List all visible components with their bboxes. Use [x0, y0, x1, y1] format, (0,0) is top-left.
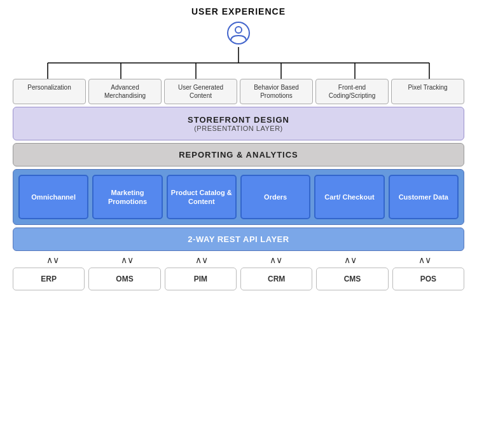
- modules-row: Omnichannel Marketing Promotions Product…: [18, 175, 459, 219]
- bottom-box-pim: PIM: [165, 268, 237, 290]
- arrow-crm: ∧∨: [238, 255, 313, 265]
- page-title: USER EXPERIENCE: [13, 6, 464, 17]
- module-orders: Orders: [240, 175, 310, 219]
- reporting-layer: REPORTING & ANALYTICS: [13, 143, 464, 166]
- ux-box-personalization: Personalization: [13, 79, 86, 104]
- arrows-row: ∧∨ ∧∨ ∧∨ ∧∨ ∧∨ ∧∨: [13, 255, 464, 265]
- ux-box-behavior-based-promotions: Behavior Based Promotions: [240, 79, 313, 104]
- bottom-box-cms: CMS: [316, 268, 388, 290]
- ux-boxes-row: Personalization Advanced Merchandising U…: [13, 79, 464, 104]
- ux-box-user-generated-content: User Generated Content: [164, 79, 237, 104]
- bottom-box-pos: POS: [392, 268, 464, 290]
- module-omnichannel: Omnichannel: [18, 175, 88, 219]
- arrow-pos: ∧∨: [387, 255, 462, 265]
- storefront-layer: STOREFRONT DESIGN (PRESENTATION LAYER): [13, 107, 464, 140]
- arrow-pim: ∧∨: [164, 255, 238, 265]
- modules-wrapper: Omnichannel Marketing Promotions Product…: [13, 169, 464, 225]
- bottom-box-oms: OMS: [88, 268, 160, 290]
- ux-box-advanced-merchandising: Advanced Merchandising: [88, 79, 162, 104]
- arrow-cms: ∧∨: [313, 255, 387, 265]
- user-icon: [227, 22, 250, 44]
- storefront-subtitle: (PRESENTATION LAYER): [21, 125, 456, 132]
- module-product-catalog: Product Catalog & Content: [167, 175, 237, 219]
- arrow-erp: ∧∨: [15, 255, 90, 265]
- svg-point-9: [235, 27, 242, 33]
- arrow-oms: ∧∨: [90, 255, 164, 265]
- api-layer: 2-WAY REST API LAYER: [13, 227, 464, 251]
- module-marketing-promotions: Marketing Promotions: [92, 175, 162, 219]
- storefront-title: STOREFRONT DESIGN: [21, 115, 456, 125]
- bottom-box-crm: CRM: [240, 268, 312, 290]
- module-customer-data: Customer Data: [389, 175, 459, 219]
- ux-box-frontend-coding: Front-end Coding/Scripting: [315, 79, 389, 104]
- tree-section: Personalization Advanced Merchandising U…: [13, 22, 464, 104]
- bottom-box-erp: ERP: [13, 268, 85, 290]
- reporting-title: REPORTING & ANALYTICS: [20, 150, 457, 160]
- layers-section: STOREFRONT DESIGN (PRESENTATION LAYER) R…: [13, 107, 464, 290]
- ux-box-pixel-tracking: Pixel Tracking: [391, 79, 464, 104]
- api-title: 2-WAY REST API LAYER: [20, 234, 457, 244]
- diagram-container: USER EXPERIENCE Personalization: [0, 0, 477, 448]
- bottom-boxes-row: ERP OMS PIM CRM CMS POS: [13, 268, 464, 290]
- module-cart-checkout: Cart/ Checkout: [314, 175, 384, 219]
